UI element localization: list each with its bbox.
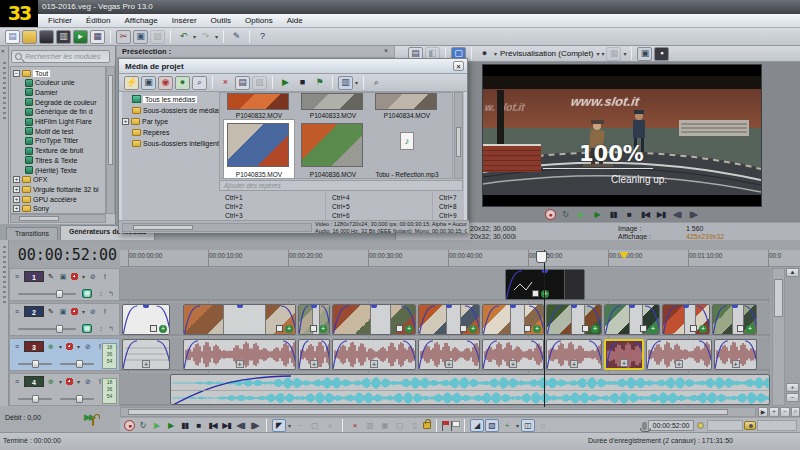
snapping-button[interactable]: ◫ (521, 419, 535, 432)
event-crop-icon[interactable] (460, 325, 467, 332)
record-button[interactable]: ● (545, 209, 556, 220)
audio-event[interactable]: + (183, 339, 296, 370)
event-pan-icon[interactable]: + (285, 325, 293, 333)
go-to-start-button[interactable]: ▮◀ (206, 420, 219, 431)
event-pan-icon[interactable]: + (746, 325, 754, 333)
tree-item[interactable]: −Tout (13, 68, 106, 78)
menu-insrer[interactable]: Insérer (166, 15, 203, 26)
audio-fx-icon[interactable] (65, 377, 74, 386)
zoom-out-icon[interactable]: − (780, 407, 790, 417)
zoom-edit-tool[interactable]: ⌕ (323, 419, 337, 432)
preview-quality-dropdown[interactable]: Prévisualisation (Complet) (500, 49, 593, 58)
audio-event[interactable]: + (332, 339, 416, 370)
video-event[interactable]: + (418, 304, 480, 335)
title-bar[interactable]: 015-2016.veg - Vegas Pro 13.0 (0, 0, 800, 14)
compositing-mode-icon[interactable] (70, 307, 79, 316)
event-pan-icon[interactable]: + (469, 325, 477, 333)
audio-fx-icon[interactable] (65, 342, 74, 351)
audio-event[interactable]: + (714, 339, 757, 370)
mute-icon[interactable]: ⊘ (88, 272, 98, 281)
pan-slider[interactable] (18, 363, 52, 365)
audio-event[interactable]: + (482, 339, 544, 370)
mute-icon[interactable]: ⊘ (83, 342, 93, 351)
timeline-horizontal-scrollbar[interactable] (120, 407, 756, 417)
event-handle[interactable] (446, 305, 452, 308)
event-handle[interactable] (629, 305, 635, 308)
audio-event[interactable]: + (298, 339, 330, 370)
event-pan-icon[interactable]: + (319, 325, 327, 333)
bypass-motion-icon[interactable]: ↰ (106, 289, 116, 298)
bypass-motion-icon[interactable]: ↰ (106, 324, 116, 333)
event-fx-icon[interactable]: + (142, 360, 150, 368)
event-pan-icon[interactable]: + (533, 325, 541, 333)
render-as-icon[interactable]: ▥ (56, 30, 71, 44)
scroll-right-icon[interactable]: ▶ (758, 407, 768, 417)
cut-icon[interactable]: ✂ (116, 30, 131, 44)
event-pan-icon[interactable]: + (649, 325, 657, 333)
track-fx-icon[interactable]: ▣ (58, 272, 68, 281)
menu-aide[interactable]: Aide (281, 15, 309, 26)
tree-item[interactable]: +Virgule flottante 32 bi (13, 184, 106, 194)
track-level-slider[interactable] (18, 328, 76, 330)
media-item[interactable]: P1040835.MOV (224, 120, 294, 178)
track-minimize-icon[interactable]: ≡ (12, 377, 22, 386)
event-pan-icon[interactable]: + (699, 325, 707, 333)
dropdown-caret-icon[interactable]: ▾ (623, 50, 626, 57)
event-handle[interactable] (571, 305, 577, 308)
auto-ripple-button[interactable]: ◢ (470, 419, 484, 432)
track-minimize-icon[interactable]: ≡ (12, 342, 22, 351)
group-button[interactable]: ▣ (378, 419, 392, 432)
ignore-grouping-button[interactable]: + (500, 419, 514, 432)
slider-thumb[interactable] (76, 395, 83, 403)
dropdown-caret-icon[interactable]: ▾ (355, 79, 358, 86)
event-pan-icon[interactable]: + (159, 325, 167, 333)
audio-event[interactable]: + (122, 339, 170, 370)
insert-marker-button[interactable] (442, 421, 450, 431)
media-bin-item[interactable]: Tous les médias (132, 94, 219, 104)
envelope-edit-tool[interactable]: ~ (293, 419, 307, 432)
video-event[interactable]: + (183, 304, 296, 335)
pan-slider[interactable] (18, 398, 52, 400)
panel-drag-handle[interactable]: × (0, 46, 9, 224)
normal-edit-tool[interactable]: ◤ (272, 419, 286, 432)
get-media-web-icon[interactable]: ● (175, 76, 190, 90)
extract-audio-icon[interactable]: ◉ (158, 76, 173, 90)
record-timecode-display[interactable]: 00:00:52:00 (648, 420, 694, 431)
tree-vertical-scrollbar[interactable] (106, 66, 115, 214)
chevron-down-icon[interactable]: ▾ (77, 343, 80, 350)
capture-video-icon[interactable]: ▣ (141, 76, 156, 90)
media-item[interactable]: P1040834.MOV (372, 93, 442, 119)
media-vertical-scrollbar[interactable] (454, 92, 463, 179)
video-event[interactable]: + (332, 304, 416, 335)
chevron-down-icon[interactable]: ▾ (59, 378, 62, 385)
tree-item[interactable]: Couleur unie (25, 78, 106, 88)
tree-item[interactable]: +Sony (13, 204, 106, 214)
delete-button[interactable]: × (348, 419, 362, 432)
timeline-vertical-scrollbar[interactable] (772, 268, 785, 406)
loop-playback-button[interactable]: ↻ (559, 209, 572, 220)
loop-playback-button[interactable]: ↻ (136, 420, 149, 431)
panel-close-icon[interactable]: × (384, 47, 388, 54)
tree-horizontal-scrollbar[interactable] (10, 214, 106, 223)
event-crop-icon[interactable] (640, 325, 647, 332)
video-event[interactable]: + (546, 304, 602, 335)
play-button[interactable]: ▶ (164, 420, 177, 431)
track-lane-1[interactable] (120, 268, 770, 301)
solo-icon[interactable]: ! (100, 307, 110, 316)
go-to-end-button[interactable]: ▶▮ (220, 420, 233, 431)
slider-thumb[interactable] (56, 325, 63, 333)
slider-thumb[interactable] (32, 360, 39, 368)
event-handle[interactable] (143, 305, 149, 308)
track-minimize-icon[interactable]: ≡ (12, 307, 22, 316)
track-zoom-in-icon[interactable]: + (786, 383, 799, 392)
title-clip[interactable]: + (505, 269, 585, 300)
import-media-icon[interactable]: ⚡ (124, 76, 139, 90)
mute-icon[interactable]: ⊘ (83, 377, 93, 386)
close-icon[interactable]: × (1, 48, 5, 54)
audio-event[interactable]: + (546, 339, 602, 370)
event-handle[interactable] (542, 270, 548, 273)
close-icon[interactable]: × (453, 61, 464, 71)
insert-region-button[interactable] (451, 421, 459, 431)
rate-lock-icon[interactable] (92, 417, 94, 426)
open-project-icon[interactable] (22, 30, 37, 44)
